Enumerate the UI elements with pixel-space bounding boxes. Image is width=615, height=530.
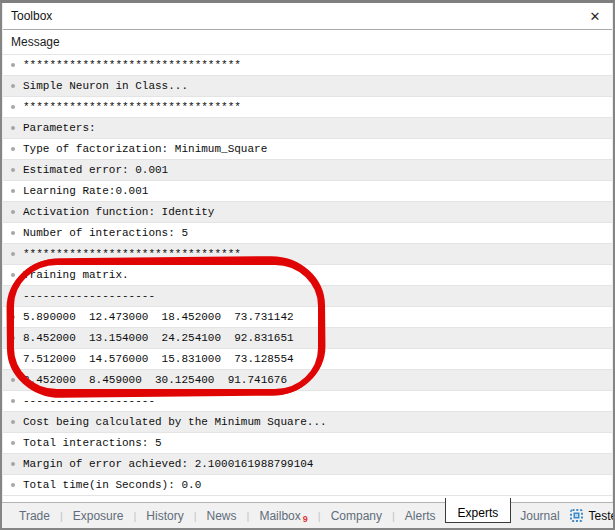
log-message-text: -------------------- (23, 395, 155, 407)
log-row[interactable]: 7.512000 14.576000 15.831000 73.128554 (2, 349, 613, 370)
tab-label: Exposure (73, 509, 124, 523)
message-column-label: Message (11, 35, 60, 49)
log-message-text: Number of interactions: 5 (23, 227, 188, 239)
tab-experts[interactable]: Experts (445, 498, 512, 523)
tab-label: Alerts (405, 509, 436, 523)
log-row[interactable]: ********************************* (2, 55, 613, 76)
log-message-text: 5.890000 12.473000 18.452000 73.731142 (23, 311, 294, 323)
bullet-icon (11, 336, 15, 340)
log-row[interactable]: -------------------- (2, 286, 613, 307)
tab-history[interactable]: History (137, 503, 192, 528)
log-message-text: Type of factorization: Minimum_Square (23, 143, 267, 155)
log-row[interactable]: Total interactions: 5 (2, 433, 613, 454)
tab-alerts[interactable]: Alerts (396, 503, 445, 528)
bullet-icon (11, 315, 15, 319)
bullet-icon (11, 399, 15, 403)
log-message-text: Parameters: (23, 122, 96, 134)
tester-chip-icon (569, 508, 584, 523)
bullet-icon (11, 378, 15, 382)
toolbox-window: Toolbox ✕ Message **********************… (0, 0, 615, 530)
log-message-text: Training matrix. (23, 269, 129, 281)
log-row[interactable]: Parameters: (2, 118, 613, 139)
bullet-icon (11, 210, 15, 214)
log-message-text: Total time(in Seconds): 0.0 (23, 479, 201, 491)
bullet-icon (11, 483, 15, 487)
bullet-icon (11, 357, 15, 361)
tab-label: Company (331, 509, 382, 523)
tab-company[interactable]: Company (322, 503, 391, 528)
bullet-icon (11, 105, 15, 109)
log-row[interactable]: Estimated error: 0.001 (2, 160, 613, 181)
tab-journal[interactable]: Journal (511, 503, 568, 528)
tester-button[interactable]: Tester (569, 508, 615, 523)
bullet-icon (11, 84, 15, 88)
log-message-text: Margin of error achieved: 2.100016198879… (23, 458, 313, 470)
bullet-icon (11, 273, 15, 277)
titlebar: Toolbox ✕ (2, 3, 613, 30)
log-message-text: ********************************* (23, 101, 241, 113)
tester-label: Tester (589, 509, 615, 523)
log-row[interactable]: Total time(in Seconds): 0.0 (2, 475, 613, 496)
log-row[interactable]: 5.890000 12.473000 18.452000 73.731142 (2, 307, 613, 328)
log-row[interactable]: ********************************* (2, 244, 613, 265)
log-row[interactable]: ********************************* (2, 97, 613, 118)
tab-badge: 9 (303, 514, 308, 524)
bullet-icon (11, 462, 15, 466)
log-message-text: -------------------- (23, 290, 155, 302)
window-title: Toolbox (11, 9, 52, 23)
log-row[interactable]: Type of factorization: Minimum_Square (2, 139, 613, 160)
bottom-tab-bar: Trade | Exposure | History | News | Mail… (2, 502, 613, 528)
bullet-icon (11, 63, 15, 67)
log-row[interactable]: Simple Neuron in Class... (2, 76, 613, 97)
tab-label: Journal (520, 509, 559, 523)
log-row[interactable]: Cost being calculated by the Minimum Squ… (2, 412, 613, 433)
log-row[interactable]: 3.452000 8.459000 30.125400 91.741676 (2, 370, 613, 391)
log-message-text: ********************************* (23, 59, 241, 71)
log-message-text: Cost being calculated by the Minimum Squ… (23, 416, 327, 428)
log-row[interactable]: -------------------- (2, 391, 613, 412)
log-message-text: Activation function: Identity (23, 206, 214, 218)
log-row[interactable]: Training matrix. (2, 265, 613, 286)
bullet-icon (11, 189, 15, 193)
bullet-icon (11, 420, 15, 424)
log-row[interactable]: Margin of error achieved: 2.100016198879… (2, 454, 613, 475)
log-message-list: ********************************* Simple… (2, 55, 613, 496)
log-row[interactable]: Number of interactions: 5 (2, 223, 613, 244)
bullet-icon (11, 231, 15, 235)
tab-label: Mailbox (259, 509, 300, 523)
log-message-text: Estimated error: 0.001 (23, 164, 168, 176)
tab-exposure[interactable]: Exposure (64, 503, 133, 528)
log-row[interactable]: Learning Rate:0.001 (2, 181, 613, 202)
tab-mailbox[interactable]: Mailbox 9 (250, 503, 316, 528)
log-message-text: 3.452000 8.459000 30.125400 91.741676 (23, 374, 287, 386)
log-row[interactable]: Activation function: Identity (2, 202, 613, 223)
bullet-icon (11, 168, 15, 172)
bullet-icon (11, 252, 15, 256)
tab-label: Trade (19, 509, 50, 523)
tab-news[interactable]: News (198, 503, 246, 528)
tab-label: News (207, 509, 237, 523)
bullet-icon (11, 441, 15, 445)
message-column-header: Message (2, 30, 613, 55)
bullet-icon (11, 147, 15, 151)
tab-label: Experts (458, 506, 499, 520)
log-message-text: ********************************* (23, 248, 241, 260)
close-icon: ✕ (590, 9, 601, 24)
log-message-text: 8.452000 13.154000 24.254100 92.831651 (23, 332, 294, 344)
log-message-text: 7.512000 14.576000 15.831000 73.128554 (23, 353, 294, 365)
bullet-icon (11, 294, 15, 298)
log-message-text: Simple Neuron in Class... (23, 80, 188, 92)
log-message-text: Total interactions: 5 (23, 437, 162, 449)
log-row[interactable]: 8.452000 13.154000 24.254100 92.831651 (2, 328, 613, 349)
tab-label: History (146, 509, 183, 523)
tab-trade[interactable]: Trade (10, 503, 59, 528)
close-button[interactable]: ✕ (583, 4, 607, 28)
bullet-icon (11, 126, 15, 130)
log-message-text: Learning Rate:0.001 (23, 185, 148, 197)
